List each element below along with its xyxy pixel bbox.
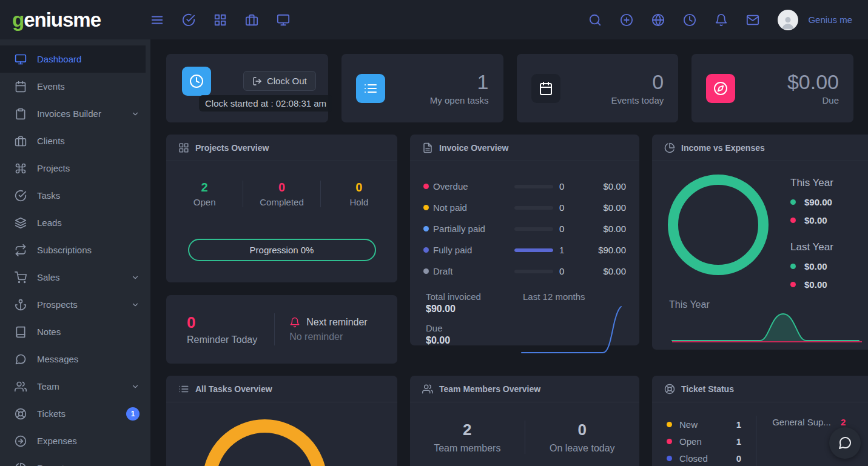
last-year-income-value: $0.00 bbox=[804, 261, 827, 271]
draft-label: Draft bbox=[433, 266, 514, 276]
partially-paid-label: Partially paid bbox=[433, 224, 514, 234]
reminder-today-stat: 0 Reminder Today bbox=[187, 313, 275, 345]
clock-out-button[interactable]: Clock Out bbox=[243, 71, 316, 91]
sidebar-item-expenses[interactable]: Expenses bbox=[0, 427, 150, 454]
team-members-title: Team Members Overview bbox=[439, 384, 540, 394]
fully-paid-count: 1 bbox=[559, 245, 586, 255]
team-members-stat: 2Team members bbox=[410, 421, 525, 454]
due-total-label: Due bbox=[426, 323, 517, 333]
language-globe-icon[interactable] bbox=[651, 13, 665, 27]
invoice-overview-title: Invoice Overview bbox=[439, 143, 508, 153]
sidebar-item-notes[interactable]: Notes bbox=[0, 318, 150, 345]
user-menu[interactable]: Genius me bbox=[808, 15, 852, 25]
timer-clock-icon[interactable] bbox=[683, 13, 696, 27]
closed-value: 0 bbox=[736, 453, 741, 464]
open-label: Open bbox=[679, 436, 702, 447]
last-year-expense: $0.00 bbox=[790, 279, 833, 290]
sidebar-item-prospects[interactable]: Prospects bbox=[0, 291, 150, 318]
sidebar-item-team[interactable]: Team bbox=[0, 373, 150, 400]
sidebar-label: Messages bbox=[37, 354, 78, 364]
sidebar-item-sales[interactable]: Sales bbox=[0, 264, 150, 291]
sidebar-item-clients[interactable]: Clients bbox=[0, 127, 150, 155]
this-year-area-chart: This Year bbox=[652, 290, 868, 350]
clock-out-label: Clock Out bbox=[267, 76, 307, 86]
invoice-row-fully-paid: Fully paid1$90.00 bbox=[423, 239, 626, 261]
quick-add-icon[interactable] bbox=[620, 13, 633, 27]
reminder-bell-icon bbox=[289, 317, 300, 328]
logo-text: eniusme bbox=[24, 8, 101, 31]
sidebar-label: Tickets bbox=[37, 408, 66, 419]
menu-toggle-icon[interactable] bbox=[150, 13, 164, 27]
on-leave-value: 0 bbox=[525, 421, 640, 439]
this-year-income: $90.00 bbox=[790, 197, 833, 207]
events-today-label: Events today bbox=[611, 95, 664, 105]
not-paid-dot bbox=[423, 205, 429, 210]
invoice-summary: Total invoiced $90.00 Due $0.00 Last 12 … bbox=[410, 282, 639, 360]
dashboard-shortcut-icon[interactable] bbox=[277, 13, 290, 27]
notifications-bell-icon[interactable] bbox=[715, 13, 728, 27]
search-icon[interactable] bbox=[588, 13, 602, 27]
income-area-sparkline bbox=[669, 310, 862, 348]
invoice-overview-card: Invoice Overview Overdue0$0.00 Not paid0… bbox=[410, 135, 639, 345]
due-total-value: $0.00 bbox=[426, 335, 517, 346]
projects-open-label: Open bbox=[166, 197, 243, 207]
income-expenses-body: This Year $90.00 $0.00 Last Year $0.00 $… bbox=[652, 161, 868, 290]
income-expenses-title: Income vs Expenses bbox=[681, 143, 765, 153]
sidebar-item-tickets[interactable]: Tickets1 bbox=[0, 400, 150, 427]
main-content: Clock Out Clock started at : 02:08:31 am… bbox=[150, 39, 868, 466]
clock-started-status: Clock started at : 02:08:31 am bbox=[199, 95, 332, 112]
clients-shortcut-icon[interactable] bbox=[245, 13, 258, 27]
closed-label: Closed bbox=[679, 453, 708, 464]
clock-tile-icon bbox=[182, 67, 211, 96]
sidebar-item-leads[interactable]: Leads bbox=[0, 209, 150, 236]
overdue-amount: $0.00 bbox=[586, 181, 626, 191]
projects-completed-stat: 0Completed bbox=[243, 181, 320, 207]
team-members-body: 2Team members 0On leave today bbox=[410, 421, 639, 454]
open-tasks-card[interactable]: 1My open tasks bbox=[341, 54, 503, 122]
overdue-label: Overdue bbox=[433, 181, 514, 191]
sidebar-item-dashboard[interactable]: Dashboard bbox=[0, 45, 146, 73]
chevron-down-icon bbox=[131, 110, 140, 118]
sidebar-label: Leads bbox=[37, 218, 62, 228]
team-members-header: Team Members Overview bbox=[410, 376, 639, 402]
sidebar-item-events[interactable]: Events bbox=[0, 73, 150, 100]
tickets-count-badge: 1 bbox=[126, 407, 140, 421]
column-2: Invoice Overview Overdue0$0.00 Not paid0… bbox=[410, 135, 639, 466]
due-label: Due bbox=[787, 95, 839, 105]
chevron-down-icon bbox=[131, 301, 140, 309]
sidebar-label: Reports bbox=[37, 463, 69, 466]
tasks-shortcut-icon[interactable] bbox=[182, 13, 195, 27]
draft-bar bbox=[514, 270, 553, 273]
ticket-row-new: New1 bbox=[667, 416, 756, 433]
not-paid-count: 0 bbox=[559, 202, 586, 213]
income-vs-expenses-card: Income vs Expenses This Year $90.00 $0.0… bbox=[652, 135, 868, 350]
logo[interactable]: geniusme bbox=[12, 8, 150, 32]
messages-mail-icon[interactable] bbox=[746, 13, 759, 27]
due-card[interactable]: $0.00Due bbox=[691, 54, 853, 122]
projects-shortcut-icon[interactable] bbox=[214, 13, 227, 27]
projects-open-value: 2 bbox=[166, 181, 243, 195]
projects-completed-value: 0 bbox=[243, 181, 320, 195]
events-today-card[interactable]: 0Events today bbox=[517, 54, 679, 122]
column-3: Income vs Expenses This Year $90.00 $0.0… bbox=[652, 135, 868, 466]
fully-paid-label: Fully paid bbox=[433, 245, 514, 255]
chat-fab-button[interactable] bbox=[829, 427, 861, 459]
sidebar-item-subscriptions[interactable]: Subscriptions bbox=[0, 236, 150, 264]
due-value: $0.00 bbox=[787, 71, 839, 93]
logo-g: g bbox=[12, 8, 24, 31]
all-tasks-header: All Tasks Overview bbox=[166, 376, 397, 402]
draft-count: 0 bbox=[559, 266, 586, 276]
chevron-down-icon bbox=[131, 273, 140, 282]
sidebar-item-reports[interactable]: Reports bbox=[0, 454, 150, 466]
user-avatar[interactable] bbox=[778, 10, 798, 30]
overdue-count: 0 bbox=[559, 181, 586, 191]
new-dot bbox=[667, 422, 672, 427]
sidebar-item-tasks[interactable]: Tasks bbox=[0, 182, 150, 209]
not-paid-amount: $0.00 bbox=[586, 202, 626, 213]
sidebar-item-messages[interactable]: Messages bbox=[0, 345, 150, 373]
sidebar-item-invoices-builder[interactable]: Invoices Builder bbox=[0, 100, 150, 127]
sidebar-item-projects[interactable]: Projects bbox=[0, 155, 150, 182]
expense-dot bbox=[790, 282, 796, 287]
open-tasks-value: 1 bbox=[430, 71, 489, 93]
progression-pill: Progression 0% bbox=[188, 239, 376, 261]
